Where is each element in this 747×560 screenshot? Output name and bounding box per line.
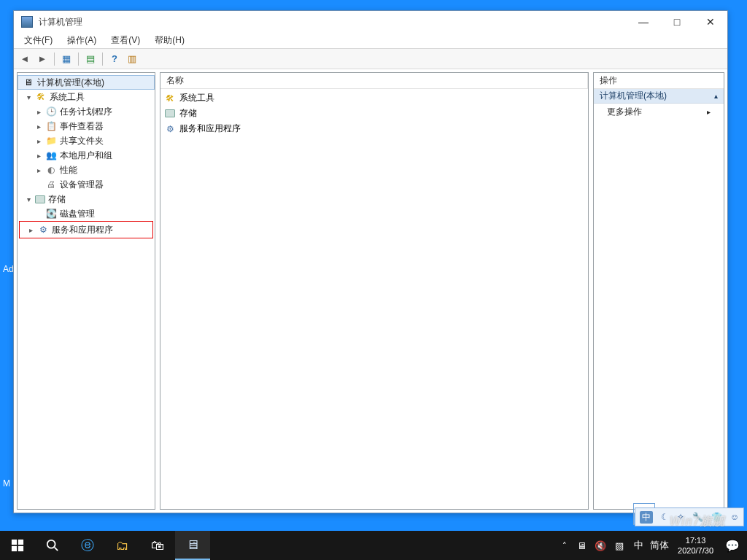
list-item-system-tools[interactable]: 🛠 系统工具 bbox=[163, 90, 585, 106]
tree-label: 性能 bbox=[60, 164, 77, 176]
chevron-right-icon[interactable]: ▸ bbox=[26, 225, 36, 235]
chevron-down-icon[interactable]: ▾ bbox=[23, 92, 34, 102]
search-button[interactable] bbox=[35, 531, 70, 560]
desktop-icon-label: M bbox=[3, 478, 13, 489]
tray-display-icon[interactable]: 🖥 bbox=[574, 540, 589, 551]
desktop-icon-label: Ad bbox=[3, 264, 13, 274]
device-icon: 🖨 bbox=[45, 179, 57, 190]
tree-label: 任务计划程序 bbox=[60, 106, 112, 118]
chevron-right-icon[interactable]: ▸ bbox=[34, 136, 44, 146]
list-item-services[interactable]: ⚙ 服务和应用程序 bbox=[163, 121, 585, 136]
users-icon: 👥 bbox=[45, 149, 57, 161]
properties-button[interactable]: ▤ bbox=[82, 51, 98, 67]
chevron-right-icon[interactable]: ▸ bbox=[34, 121, 44, 131]
ime-ch-icon[interactable]: 中 bbox=[640, 511, 653, 524]
menu-view[interactable]: 查看(V) bbox=[104, 33, 147, 48]
chevron-down-icon[interactable]: ▾ bbox=[23, 194, 34, 204]
help-button[interactable]: ? bbox=[107, 51, 123, 67]
ime-toolbar[interactable]: 中 ☾ ✧ 🔧 👕 ☺ bbox=[635, 508, 744, 526]
chevron-right-icon[interactable]: ▸ bbox=[34, 165, 44, 175]
column-name[interactable]: 名称 bbox=[160, 73, 588, 88]
tree-label: 磁盘管理 bbox=[60, 208, 95, 220]
taskbar-store[interactable]: 🛍 bbox=[140, 531, 175, 560]
tray-ime-lang[interactable]: 中 bbox=[631, 539, 646, 552]
maximize-button[interactable]: □ bbox=[660, 11, 694, 33]
back-button[interactable]: ◄ bbox=[17, 51, 33, 67]
app-icon bbox=[21, 16, 33, 28]
client-area: 🖥 计算机管理(本地) ▾ 🛠 系统工具 ▸ 🕒 任务计划程序 bbox=[15, 71, 726, 511]
event-icon: 📋 bbox=[45, 120, 57, 132]
notification-button[interactable]: 💬 bbox=[722, 531, 743, 560]
search-icon bbox=[46, 539, 59, 552]
tree-label: 服务和应用程序 bbox=[52, 224, 113, 236]
tree-device-manager[interactable]: 🖨 设备管理器 bbox=[18, 177, 155, 192]
svg-rect-2 bbox=[12, 546, 17, 551]
clock-time: 17:13 bbox=[678, 535, 713, 545]
tree-system-tools[interactable]: ▾ 🛠 系统工具 bbox=[18, 90, 155, 104]
taskbar-edge[interactable]: ⓔ bbox=[70, 531, 105, 560]
menu-help[interactable]: 帮助(H) bbox=[147, 33, 192, 48]
tree-services-apps[interactable]: ▸ ⚙ 服务和应用程序 bbox=[20, 222, 152, 237]
ime-moon-icon[interactable]: ☾ bbox=[661, 512, 669, 522]
ime-skin-icon[interactable]: 👕 bbox=[711, 512, 722, 522]
separator bbox=[102, 52, 103, 66]
chevron-right-icon: ▸ bbox=[707, 108, 711, 116]
tree-task-scheduler[interactable]: ▸ 🕒 任务计划程序 bbox=[18, 104, 155, 119]
chevron-right-icon[interactable]: ▸ bbox=[34, 150, 44, 160]
list-item-label: 服务和应用程序 bbox=[179, 122, 241, 135]
ime-smile-icon[interactable]: ☺ bbox=[730, 512, 739, 522]
compmgmt-window: 计算机管理 — □ ✕ 文件(F) 操作(A) 查看(V) 帮助(H) ◄ ► … bbox=[13, 10, 728, 513]
disk-icon: 💽 bbox=[45, 208, 57, 219]
tray-overflow-button[interactable]: ˄ bbox=[562, 541, 570, 551]
menu-file[interactable]: 文件(F) bbox=[17, 33, 60, 48]
toolbar: ◄ ► ▦ ▤ ? ▥ bbox=[14, 49, 727, 69]
taskbar-explorer[interactable]: 🗂 bbox=[105, 531, 140, 560]
ime-tools-icon[interactable]: ✧ bbox=[677, 512, 684, 522]
shared-icon: 📁 bbox=[45, 135, 57, 147]
svg-line-5 bbox=[55, 548, 58, 551]
tree-shared-folders[interactable]: ▸ 📁 共享文件夹 bbox=[18, 133, 155, 148]
chevron-right-icon[interactable]: ▸ bbox=[34, 106, 44, 117]
action-more[interactable]: 更多操作 ▸ bbox=[594, 104, 724, 120]
start-button[interactable] bbox=[0, 531, 35, 560]
separator bbox=[78, 52, 79, 66]
taskbar-compmgmt[interactable]: 🖥 bbox=[175, 531, 210, 560]
ime-wrench-icon[interactable]: 🔧 bbox=[692, 512, 703, 522]
show-hide-tree-button[interactable]: ▦ bbox=[58, 51, 74, 67]
tree-root[interactable]: 🖥 计算机管理(本地) bbox=[18, 75, 155, 90]
tree-performance[interactable]: ▸ ◐ 性能 bbox=[18, 163, 155, 177]
system-tray: ˄ 🖥 🔇 ▧ 中 简体 17:13 2020/7/30 💬 bbox=[562, 531, 747, 560]
tree-label: 本地用户和组 bbox=[60, 149, 112, 162]
gear-icon: ⚙ bbox=[163, 122, 177, 136]
tree-label: 共享文件夹 bbox=[60, 135, 104, 147]
action-section[interactable]: 计算机管理(本地) ▴ bbox=[594, 89, 724, 104]
tree-label: 事件查看器 bbox=[60, 120, 104, 133]
tray-network-icon[interactable]: ▧ bbox=[612, 540, 627, 551]
tree-event-viewer[interactable]: ▸ 📋 事件查看器 bbox=[18, 119, 155, 133]
gear-icon: ⚙ bbox=[37, 224, 49, 236]
taskbar-clock[interactable]: 17:13 2020/7/30 bbox=[673, 535, 718, 556]
menu-action[interactable]: 操作(A) bbox=[60, 33, 104, 48]
forward-button[interactable]: ► bbox=[34, 51, 50, 67]
tree-label: 设备管理器 bbox=[60, 179, 104, 191]
action-pane-header: 操作 bbox=[594, 73, 724, 89]
tray-volume-icon[interactable]: 🔇 bbox=[593, 540, 608, 551]
action-section-label: 计算机管理(本地) bbox=[600, 90, 667, 102]
svg-rect-1 bbox=[18, 540, 23, 545]
perf-icon: ◐ bbox=[45, 164, 57, 176]
minimize-button[interactable]: — bbox=[627, 11, 660, 33]
windows-icon bbox=[11, 539, 24, 552]
tree-disk-management[interactable]: 💽 磁盘管理 bbox=[18, 206, 155, 221]
nav-tree: 🖥 计算机管理(本地) ▾ 🛠 系统工具 ▸ 🕒 任务计划程序 bbox=[18, 73, 155, 241]
list-item-storage[interactable]: 存储 bbox=[163, 106, 585, 121]
title-bar[interactable]: 计算机管理 — □ ✕ bbox=[14, 11, 727, 33]
close-button[interactable]: ✕ bbox=[694, 11, 727, 33]
list-header: 名称 bbox=[160, 73, 588, 89]
svg-rect-0 bbox=[12, 540, 17, 545]
tree-local-users[interactable]: ▸ 👥 本地用户和组 bbox=[18, 148, 155, 163]
tree-pane: 🖥 计算机管理(本地) ▾ 🛠 系统工具 ▸ 🕒 任务计划程序 bbox=[17, 72, 155, 510]
action-more-label: 更多操作 bbox=[607, 106, 642, 118]
action-pane-button[interactable]: ▥ bbox=[124, 51, 140, 67]
tray-ime-mode[interactable]: 简体 bbox=[650, 539, 669, 552]
tree-storage[interactable]: ▾ 存储 bbox=[18, 192, 155, 206]
